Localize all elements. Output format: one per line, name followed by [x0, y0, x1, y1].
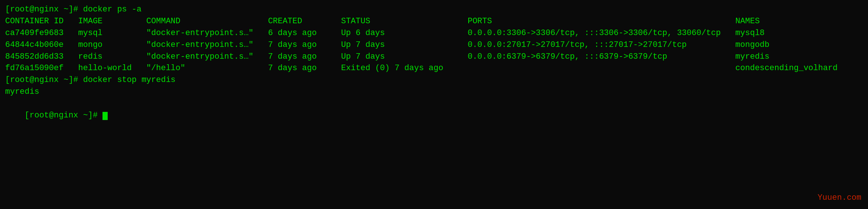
terminal-prompt: [root@nginx ~]#	[25, 111, 103, 120]
terminal-line-2: CONTAINER ID IMAGE COMMAND CREATED STATU…	[5, 16, 863, 27]
terminal-prompt-line: [root@nginx ~]#	[5, 98, 863, 133]
terminal-line-3: ca7409fe9683 mysql "docker-entrypoint.s……	[5, 27, 863, 39]
cursor-block	[103, 112, 108, 120]
terminal-line-5: 845852dd6d33 redis "docker-entrypoint.s……	[5, 51, 863, 63]
terminal-line-6: fd76a15090ef hello-world "/hello" 7 days…	[5, 62, 863, 74]
terminal-line-7: [root@nginx ~]# docker stop myredis	[5, 74, 863, 86]
terminal-window: [root@nginx ~]# docker ps -a CONTAINER I…	[5, 4, 863, 133]
terminal-line-1: [root@nginx ~]# docker ps -a	[5, 4, 863, 16]
terminal-line-4: 64844c4b060e mongo "docker-entrypoint.s……	[5, 39, 863, 51]
terminal-line-8: myredis	[5, 86, 863, 98]
watermark: Yuuen.com	[817, 192, 861, 204]
